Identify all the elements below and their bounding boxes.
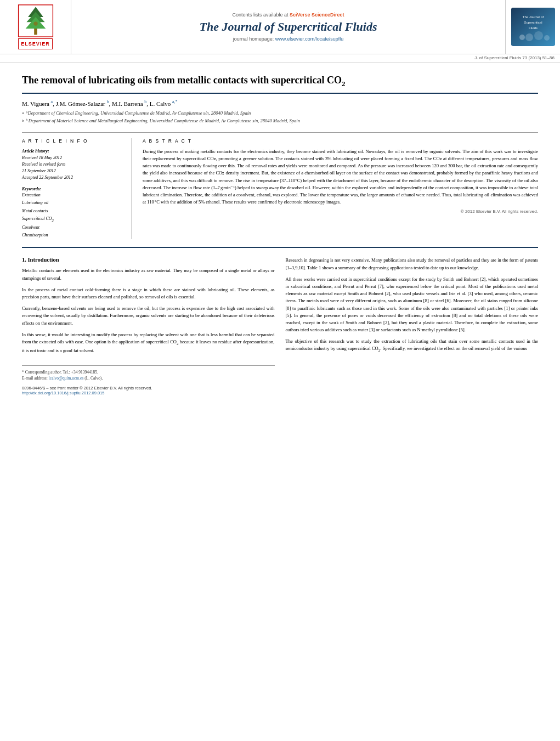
elsevier-brand-text: ELSEVIER — [18, 38, 53, 49]
sciverse-link[interactable]: SciVerse ScienceDirect — [290, 12, 344, 18]
journal-logo-text: The Journal of Supercritical Fluids — [511, 8, 555, 46]
body-right-para-1: Research in degreasing is not very exten… — [286, 257, 539, 271]
keywords-label: Keywords: — [22, 186, 123, 191]
author-gomez: J.M. Gómez-Salazar b — [56, 100, 109, 107]
svg-text:The Journal of: The Journal of — [522, 15, 544, 19]
body-content: 1. Introduction Metallic contacts are el… — [22, 247, 538, 395]
svg-point-5 — [33, 21, 37, 25]
body-para-3: Currently, benzene-based solvents are be… — [22, 305, 275, 327]
svg-point-12 — [534, 31, 543, 40]
elsevier-tree-icon — [16, 4, 55, 37]
abstract-column: A B S T R A C T During the process of ma… — [143, 138, 538, 240]
keyword-chemisorption: Chemisorption — [22, 231, 123, 239]
abstract-heading: A B S T R A C T — [143, 138, 538, 144]
revised-date: 21 September 2012 — [22, 168, 123, 174]
sciverse-line: Contents lists available at SciVerse Sci… — [232, 12, 344, 18]
doi-header-line: J. of Supercritical Fluids 73 (2013) 51–… — [0, 54, 560, 60]
abstract-text: During the process of making metallic co… — [143, 148, 538, 206]
revised-label: Received in revised form — [22, 161, 123, 168]
journal-homepage: journal homepage: www.elsevier.com/locat… — [233, 36, 344, 42]
doi-url[interactable]: http://dx.doi.org/10.1016/j.supflu.2012.… — [22, 391, 105, 395]
author-calvo: L. Calvo a,* — [150, 100, 178, 107]
footnote-area: * Corresponding author. Tel.: +34 913944… — [22, 365, 275, 382]
article-content: The removal of lubricating oils from met… — [0, 63, 560, 406]
svg-point-11 — [525, 33, 533, 41]
journal-logo-right: The Journal of Supercritical Fluids — [505, 0, 560, 54]
copyright-line: © 2012 Elsevier B.V. All rights reserved… — [143, 209, 538, 214]
issn-text: 0896-8446/$ – see front matter © 2012 El… — [22, 386, 152, 391]
doi-footer: http://dx.doi.org/10.1016/j.supflu.2012.… — [22, 391, 152, 395]
article-title: The removal of lubricating oils from met… — [22, 74, 538, 94]
keyword-supercritical-co2: Supercritical CO2 — [22, 215, 123, 224]
journal-header: ELSEVIER Contents lists available at Sci… — [0, 0, 560, 63]
body-para-2: In the process of metal contact cold-for… — [22, 286, 275, 301]
body-para-4: In this sense, it would be interesting t… — [22, 331, 275, 354]
body-right-para-2: All these works were carried out in supe… — [286, 276, 539, 333]
article-info-column: A R T I C L E I N F O Article history: R… — [22, 138, 132, 240]
keywords-section: Keywords: Extraction Lubricating oil Met… — [22, 186, 123, 240]
journal-title: The Journal of Supercritical Fluids — [200, 20, 377, 34]
history-label: Article history: — [22, 148, 123, 155]
article-info-heading: A R T I C L E I N F O — [22, 138, 123, 144]
body-para-1: Metallic contacts are elements used in t… — [22, 267, 275, 281]
body-col-left: 1. Introduction Metallic contacts are el… — [22, 257, 275, 395]
info-abstract-section: A R T I C L E I N F O Article history: R… — [22, 132, 538, 240]
footnote-star: * Corresponding author. Tel.: +34 913944… — [22, 369, 275, 375]
affiliation-b: b ᵇ Department of Material Science and M… — [22, 118, 538, 125]
elsevier-logo: ELSEVIER — [0, 0, 71, 54]
body-two-col: 1. Introduction Metallic contacts are el… — [22, 257, 538, 395]
footnote-email: E-mail address: lcalvo@quim.ucm.es (L. C… — [22, 375, 275, 381]
footer-content: 0896-8446/$ – see front matter © 2012 El… — [22, 386, 152, 395]
section1-title: 1. Introduction — [22, 257, 275, 263]
keyword-cosolvent: Cosolvent — [22, 224, 123, 231]
journal-header-center: Contents lists available at SciVerse Sci… — [71, 0, 505, 54]
svg-text:Supercritical: Supercritical — [524, 21, 542, 24]
author-barrena: M.I. Barrena b — [112, 100, 146, 107]
email-link[interactable]: lcalvo@quim.ucm.es — [49, 376, 84, 381]
affiliations: a ᵃ Department of Chemical Engineering, … — [22, 110, 538, 125]
authors-line: M. Viguera a, J.M. Gómez-Salazar b, M.I.… — [22, 99, 538, 107]
article-history: Article history: Received 18 May 2012 Re… — [22, 148, 123, 181]
homepage-url[interactable]: www.elsevier.com/locate/supflu — [275, 36, 344, 42]
keyword-lubricating-oil: Lubricating oil — [22, 199, 123, 207]
affiliation-a: a ᵃ Department of Chemical Engineering, … — [22, 110, 538, 117]
page: ELSEVIER Contents lists available at Sci… — [0, 0, 560, 741]
received-date: Received 18 May 2012 — [22, 155, 123, 161]
journal-logo-image: The Journal of Supercritical Fluids — [511, 8, 555, 46]
svg-text:Fluids: Fluids — [528, 26, 537, 30]
keyword-extraction: Extraction — [22, 191, 123, 199]
svg-point-13 — [544, 35, 550, 41]
body-right-para-3: The objective of this research was to st… — [286, 338, 539, 354]
author-viguera: M. Viguera a — [22, 100, 53, 107]
accepted-date: Accepted 22 September 2012 — [22, 174, 123, 181]
svg-point-10 — [519, 35, 525, 40]
body-col-right: Research in degreasing is not very exten… — [286, 257, 539, 395]
bottom-footer: 0896-8446/$ – see front matter © 2012 El… — [22, 386, 275, 395]
keyword-metal-contacts: Metal contacts — [22, 207, 123, 215]
